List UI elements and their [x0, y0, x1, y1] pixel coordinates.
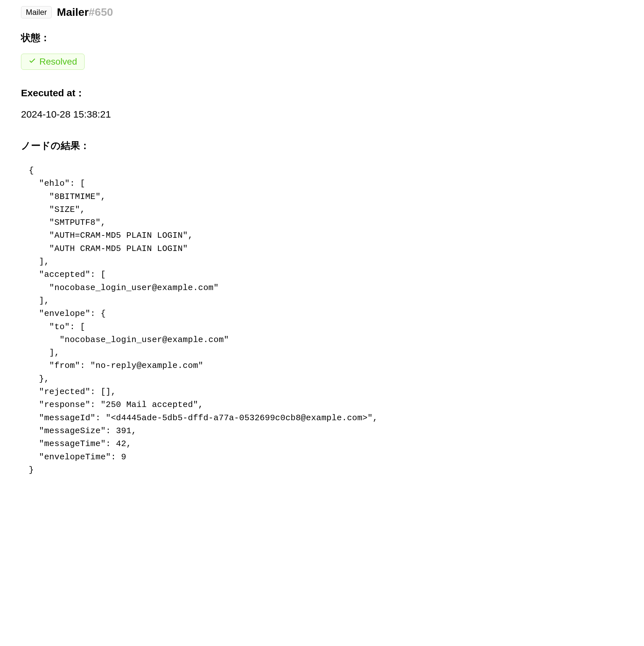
status-badge: Resolved	[21, 53, 85, 70]
node-result-label: ノードの結果：	[21, 139, 623, 152]
title-group: Mailer #650	[57, 6, 113, 18]
check-icon	[28, 57, 36, 67]
executed-at-value: 2024-10-28 15:38:21	[21, 109, 623, 120]
node-result-json: { "ehlo": [ "8BITMIME", "SIZE", "SMTPUTF…	[21, 164, 623, 476]
page-title: Mailer	[57, 6, 89, 18]
page-title-id: #650	[89, 6, 113, 18]
executed-at-label: Executed at：	[21, 87, 623, 100]
status-label: 状態：	[21, 31, 623, 44]
header-row: Mailer Mailer #650	[21, 6, 623, 18]
mailer-tag-button[interactable]: Mailer	[21, 6, 52, 18]
status-value: Resolved	[39, 57, 77, 67]
